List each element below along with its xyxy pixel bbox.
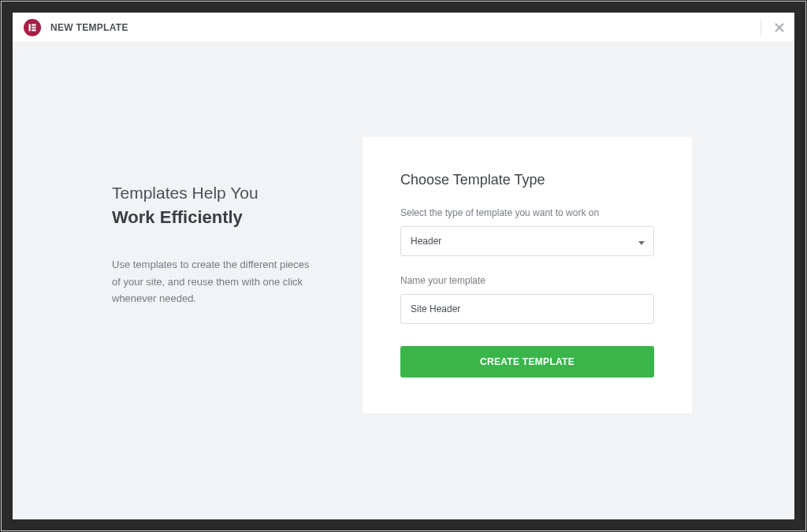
close-button[interactable] bbox=[772, 20, 787, 35]
svg-rect-0 bbox=[29, 24, 31, 31]
svg-rect-3 bbox=[32, 29, 35, 31]
close-icon bbox=[775, 23, 784, 32]
create-template-button[interactable]: CREATE TEMPLATE bbox=[400, 346, 654, 378]
help-heading-line2: Work Efficiently bbox=[112, 207, 348, 228]
page-frame: NEW TEMPLATE Templates Help You Work Eff… bbox=[1, 1, 806, 531]
close-area bbox=[761, 19, 787, 36]
help-heading-line1: Templates Help You bbox=[112, 181, 348, 204]
template-type-label: Select the type of template you want to … bbox=[400, 207, 654, 218]
template-name-label: Name your template bbox=[400, 275, 654, 286]
template-type-select[interactable]: Header bbox=[400, 226, 654, 256]
modal-body: Templates Help You Work Efficiently Use … bbox=[13, 43, 794, 519]
template-type-select-wrap: Header bbox=[400, 226, 654, 256]
help-description: Use templates to create the different pi… bbox=[112, 256, 313, 307]
form-title: Choose Template Type bbox=[400, 172, 654, 188]
elementor-logo-icon bbox=[24, 19, 41, 36]
svg-rect-1 bbox=[32, 24, 35, 25]
divider bbox=[761, 19, 761, 36]
modal-header: NEW TEMPLATE bbox=[13, 13, 794, 43]
svg-rect-2 bbox=[32, 26, 35, 28]
template-name-input[interactable] bbox=[400, 294, 654, 324]
new-template-modal: NEW TEMPLATE Templates Help You Work Eff… bbox=[13, 13, 794, 519]
template-form-card: Choose Template Type Select the type of … bbox=[363, 137, 692, 414]
modal-title: NEW TEMPLATE bbox=[50, 22, 128, 33]
template-type-value: Header bbox=[411, 236, 441, 247]
help-text-column: Templates Help You Work Efficiently Use … bbox=[112, 137, 348, 307]
